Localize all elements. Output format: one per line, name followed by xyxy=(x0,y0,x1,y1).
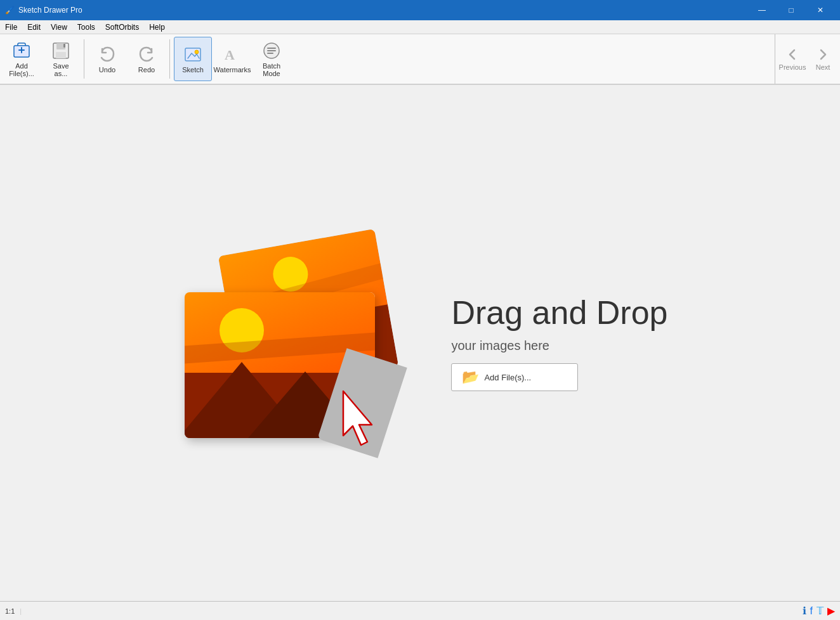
svg-rect-2 xyxy=(21,47,22,53)
sketch-label: Sketch xyxy=(182,66,204,74)
menu-edit[interactable]: Edit xyxy=(22,20,46,34)
watermarks-label: Watermarks xyxy=(214,66,251,74)
add-files-main-button[interactable]: 📂 Add File(s)... xyxy=(451,363,578,391)
previous-label: Previous xyxy=(779,63,806,71)
previous-icon xyxy=(785,47,800,62)
drag-drop-title: Drag and Drop xyxy=(451,295,667,331)
app-icon: 🖌️ xyxy=(5,6,15,15)
undo-icon xyxy=(97,44,117,65)
statusbar-right: ℹ f 𝕋 ▶ xyxy=(803,605,835,617)
undo-label: Undo xyxy=(99,66,115,74)
menu-view[interactable]: View xyxy=(46,20,72,34)
menu-tools[interactable]: Tools xyxy=(72,20,100,34)
youtube-icon[interactable]: ▶ xyxy=(827,605,835,617)
next-icon xyxy=(815,47,830,62)
next-label: Next xyxy=(816,63,830,71)
add-files-button[interactable]: Add File(s)... xyxy=(3,37,41,81)
redo-button[interactable]: Redo xyxy=(128,37,166,81)
drop-zone: Drag and Drop your images here 📂 Add Fil… xyxy=(172,223,667,463)
statusbar: 1:1 | ℹ f 𝕋 ▶ xyxy=(0,601,840,620)
toolbar-nav: Previous Next xyxy=(775,34,840,84)
batch-mode-icon xyxy=(261,41,282,61)
titlebar: 🖌️ Sketch Drawer Pro — □ ✕ xyxy=(0,0,840,20)
undo-button[interactable]: Undo xyxy=(88,37,126,81)
facebook-icon[interactable]: f xyxy=(810,605,813,617)
watermarks-button[interactable]: A Watermarks xyxy=(213,37,251,81)
illustration xyxy=(172,223,413,463)
maximize-button[interactable]: □ xyxy=(777,0,806,20)
titlebar-left: 🖌️ Sketch Drawer Pro xyxy=(5,6,82,15)
menu-file[interactable]: File xyxy=(0,20,22,34)
minimize-button[interactable]: — xyxy=(747,0,777,20)
menu-softorbits[interactable]: SoftOrbits xyxy=(100,20,144,34)
app-title: Sketch Drawer Pro xyxy=(18,6,82,15)
info-icon[interactable]: ℹ xyxy=(803,605,806,617)
svg-rect-5 xyxy=(56,52,66,58)
save-as-button[interactable]: Save as... xyxy=(42,37,80,81)
main-content: Drag and Drop your images here 📂 Add Fil… xyxy=(0,85,840,601)
cursor-svg xyxy=(337,388,381,451)
save-as-label: Save as... xyxy=(53,62,69,77)
status-info xyxy=(27,606,39,616)
menubar: File Edit View Tools SoftOrbits Help xyxy=(0,20,840,34)
menu-help[interactable]: Help xyxy=(144,20,170,34)
separator-1 xyxy=(84,39,84,79)
next-button[interactable]: Next xyxy=(808,37,837,81)
folder-icon: 📂 xyxy=(462,369,479,385)
add-files-label: Add File(s)... xyxy=(9,62,34,77)
titlebar-controls: — □ ✕ xyxy=(747,0,835,20)
redo-icon xyxy=(136,44,157,65)
sketch-button[interactable]: Sketch xyxy=(174,37,212,81)
previous-button[interactable]: Previous xyxy=(778,37,807,81)
sketch-icon xyxy=(183,44,203,65)
toolbar: Add File(s)... Save as... Undo Redo xyxy=(0,34,840,85)
svg-text:A: A xyxy=(225,47,235,63)
watermarks-icon: A xyxy=(222,44,242,65)
drag-drop-subtitle: your images here xyxy=(451,339,667,353)
save-icon xyxy=(51,41,71,61)
batch-mode-button[interactable]: Batch Mode xyxy=(253,37,291,81)
statusbar-separator: | xyxy=(20,607,22,615)
add-files-icon xyxy=(11,41,32,61)
cursor-icon xyxy=(337,388,381,454)
zoom-level: 1:1 xyxy=(5,607,15,615)
svg-rect-6 xyxy=(63,44,65,48)
statusbar-left: 1:1 | xyxy=(5,606,39,616)
twitter-icon[interactable]: 𝕋 xyxy=(817,605,824,617)
batch-mode-label: Batch Mode xyxy=(263,62,280,77)
add-files-main-label: Add File(s)... xyxy=(484,373,531,382)
redo-label: Redo xyxy=(138,66,155,74)
close-button[interactable]: ✕ xyxy=(806,0,835,20)
drop-text: Drag and Drop your images here 📂 Add Fil… xyxy=(451,295,667,391)
separator-2 xyxy=(169,39,170,79)
svg-point-8 xyxy=(195,50,199,54)
